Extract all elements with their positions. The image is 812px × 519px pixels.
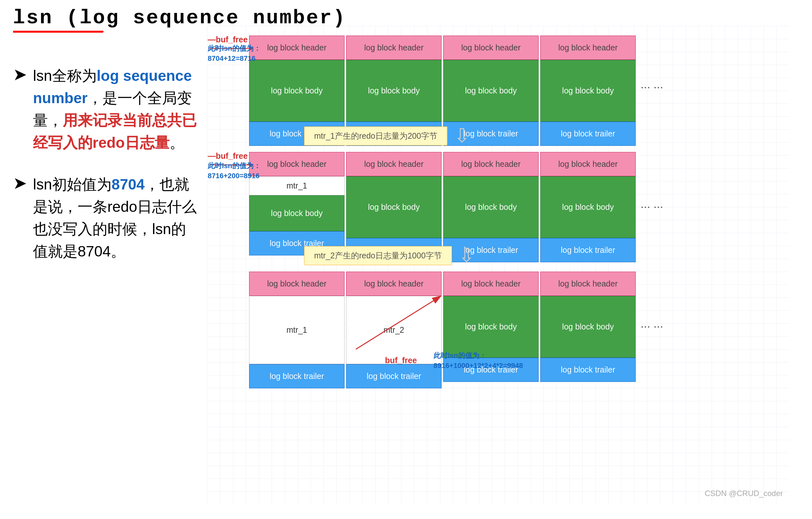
- block-header-2-1: log block header: [346, 36, 442, 60]
- block-4-row1: log block header log block body log bloc…: [540, 36, 636, 146]
- blue-text-8704: 8704: [112, 176, 145, 193]
- block-header-3-1: log block header: [443, 36, 539, 60]
- block-4-row2: log block header log block body log bloc…: [540, 152, 636, 262]
- block-header-3-3: log block header: [443, 272, 539, 296]
- arrow2-symbol: ⇩: [458, 246, 474, 265]
- bullet-item-1: ➤ lsn全称为log sequence number，是一个全局变量，用来记录…: [13, 65, 201, 154]
- ellipsis-row1: ... ...: [637, 78, 663, 91]
- block-trailer-2-3: log block trailer: [346, 364, 442, 388]
- block-trailer-4-1: log block trailer: [540, 122, 636, 146]
- buf-free-label-2: —buf_free: [208, 151, 248, 161]
- block-trailer-4-2: log block trailer: [540, 238, 636, 262]
- left-content: ➤ lsn全称为log sequence number，是一个全局变量，用来记录…: [13, 65, 201, 282]
- block-body-2-2: log block body: [346, 176, 442, 238]
- block-1-row2: log block header mtr_1 log block body lo…: [249, 152, 345, 255]
- block-header-3-2: log block header: [443, 152, 539, 176]
- buf-free-label-1: —buf_free: [208, 35, 248, 44]
- block-body-4-1: log block body: [540, 60, 636, 122]
- mtr1-cell: mtr_1: [249, 176, 345, 195]
- ellipsis-row2: ... ...: [637, 197, 663, 211]
- bullet-text-1: lsn全称为log sequence number，是一个全局变量，用来记录当前…: [33, 65, 201, 154]
- block-header-4-2: log block header: [540, 152, 636, 176]
- lsn-value-2: 此时lsn的值为：8716+200=8916: [208, 161, 261, 181]
- block-header-4-3: log block header: [540, 272, 636, 296]
- block-trailer-1-3: log block trailer: [249, 364, 345, 388]
- bullet-item-2: ➤ lsn初始值为8704，也就是说，一条redo日志什么也没写入的时候，lsn…: [13, 173, 201, 263]
- bullet-text-2: lsn初始值为8704，也就是说，一条redo日志什么也没写入的时候，lsn的值…: [33, 173, 201, 263]
- mtr2-cell-row3: mtr_2: [346, 296, 442, 364]
- block-body-2-1: log block body: [346, 60, 442, 122]
- arrow1-container: mtr_1产生的redo日志量为200字节 ⇩: [304, 126, 470, 146]
- arrow1-symbol: ⇩: [454, 126, 470, 146]
- block-body-1-2: log block body: [249, 195, 345, 231]
- block-header-1-3: log block header: [249, 272, 345, 296]
- block-body-3-2: log block body: [443, 176, 539, 238]
- block-header-2-2: log block header: [346, 152, 442, 176]
- lsn-value-1: 此时lsn的值为：8704+12=8716: [208, 44, 261, 64]
- block-4-row3: log block header log block body log bloc…: [540, 272, 636, 382]
- block-header-1-2: log block header: [249, 152, 345, 176]
- diagram: log block header log block body log bloc…: [207, 26, 789, 505]
- arrow2-container: mtr_2产生的redo日志量为1000字节 ⇩: [304, 246, 474, 265]
- bullet-arrow-2: ➤: [13, 175, 27, 191]
- block-body-4-2: log block body: [540, 176, 636, 238]
- mtr1-cell-row3: mtr_1: [249, 296, 345, 364]
- bullet-arrow-1: ➤: [13, 66, 27, 83]
- block-header-2-3: log block header: [346, 272, 442, 296]
- lsn-value-3: 此时lsn的值为：8916+1000+12*2+4*2=9948: [434, 351, 523, 371]
- block-2-row3: log block header mtr_2 log block trailer: [346, 272, 442, 388]
- block-trailer-4-3: log block trailer: [540, 358, 636, 382]
- buf-free-label-3: buf_free: [385, 356, 417, 365]
- block-body-3-1: log block body: [443, 60, 539, 122]
- block-body-3-3: log block body: [443, 296, 539, 358]
- blue-text-lsn: log sequence number: [33, 67, 192, 106]
- red-text-desc: 用来记录当前总共已经写入的redo日志量: [33, 112, 197, 151]
- block-header-4-1: log block header: [540, 36, 636, 60]
- block-body-1-1: log block body: [249, 60, 345, 122]
- watermark: CSDN @CRUD_coder: [704, 489, 783, 498]
- block-body-4-3: log block body: [540, 296, 636, 358]
- block-1-row3: log block header mtr_1 log block trailer: [249, 272, 345, 388]
- arrow2-label: mtr_2产生的redo日志量为1000字节: [304, 246, 452, 265]
- block-header-1-1: log block header: [249, 36, 345, 60]
- ellipsis-row3: ... ...: [637, 317, 663, 331]
- arrow1-label: mtr_1产生的redo日志量为200字节: [304, 126, 447, 146]
- title-underline: [13, 31, 104, 33]
